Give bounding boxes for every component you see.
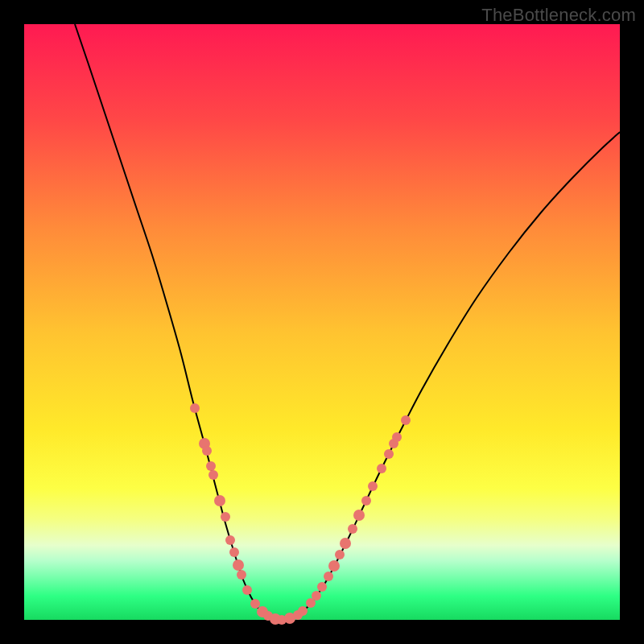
- data-marker: [250, 599, 260, 609]
- data-marker: [324, 572, 333, 581]
- plot-area: [24, 24, 620, 620]
- data-marker: [298, 606, 308, 616]
- data-marker: [368, 481, 378, 491]
- data-marker: [190, 403, 200, 413]
- data-marker: [317, 582, 327, 592]
- data-marker: [384, 449, 394, 459]
- watermark-text: TheBottleneck.com: [481, 5, 636, 26]
- data-marker: [225, 535, 235, 545]
- data-marker: [335, 550, 345, 559]
- data-marker: [221, 512, 230, 522]
- chart-svg: [24, 24, 620, 620]
- data-marker: [340, 538, 351, 549]
- data-marker: [401, 415, 411, 425]
- chart-frame: TheBottleneck.com: [0, 0, 644, 644]
- data-marker: [312, 591, 321, 601]
- data-marker: [361, 496, 371, 506]
- data-marker: [206, 461, 216, 471]
- data-marker: [392, 432, 402, 442]
- data-marker: [202, 446, 212, 456]
- data-marker: [233, 559, 244, 571]
- data-marker: [229, 547, 239, 557]
- data-marker: [237, 570, 246, 580]
- data-marker: [377, 464, 386, 473]
- data-marker: [353, 510, 365, 521]
- data-marker: [328, 560, 340, 572]
- data-marker: [214, 495, 225, 506]
- data-marker: [242, 585, 252, 595]
- data-marker: [348, 524, 357, 534]
- background-gradient: [24, 24, 620, 620]
- data-marker: [208, 470, 218, 480]
